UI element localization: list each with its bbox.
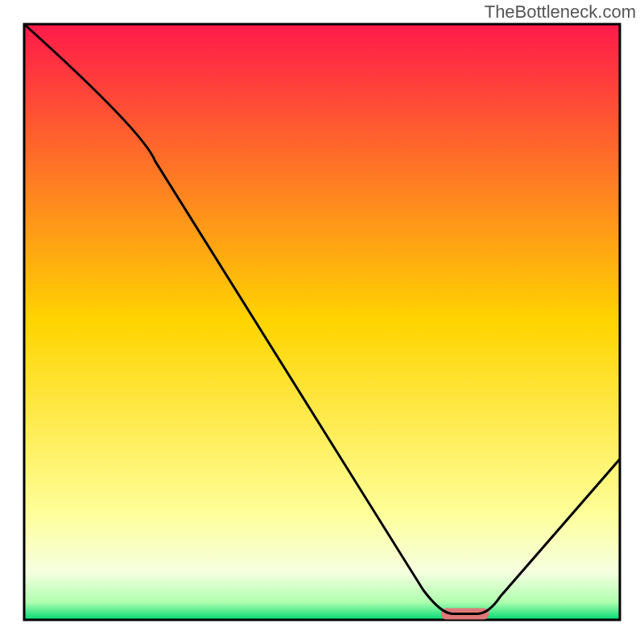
chart-container: TheBottleneck.com [0,0,644,644]
bottleneck-chart [0,0,644,644]
plot-background [24,24,620,620]
watermark-text: TheBottleneck.com [485,2,636,23]
